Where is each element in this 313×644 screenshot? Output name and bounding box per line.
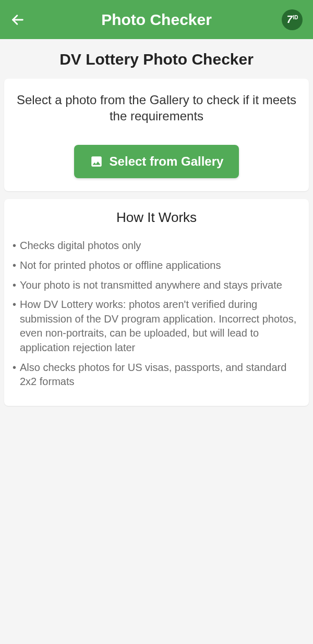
arrow-left-icon (10, 13, 25, 27)
app-header: Photo Checker 7 ID (0, 0, 313, 39)
list-item: Your photo is not transmitted anywhere a… (13, 278, 300, 293)
how-it-works-list: Checks digital photos only Not for print… (13, 239, 300, 389)
list-item: Also checks photos for US visas, passpor… (13, 361, 300, 389)
how-it-works-title: How It Works (13, 209, 300, 226)
select-from-gallery-button[interactable]: Select from Gallery (74, 145, 239, 178)
upload-card: Select a photo from the Gallery to check… (4, 79, 309, 191)
list-item: Not for printed photos or offline applic… (13, 258, 300, 273)
select-button-label: Select from Gallery (110, 154, 224, 169)
how-it-works-card: How It Works Checks digital photos only … (4, 199, 309, 405)
logo-main: 7 (286, 14, 292, 26)
back-button[interactable] (10, 13, 25, 27)
page-title: DV Lottery Photo Checker (0, 51, 313, 68)
app-logo[interactable]: 7 ID (282, 9, 303, 30)
logo-sub: ID (293, 15, 298, 20)
image-icon (90, 155, 103, 168)
instruction-text: Select a photo from the Gallery to check… (15, 92, 298, 124)
header-title: Photo Checker (101, 11, 212, 29)
list-item: How DV Lottery works: photos aren't veri… (13, 298, 300, 355)
list-item: Checks digital photos only (13, 239, 300, 253)
